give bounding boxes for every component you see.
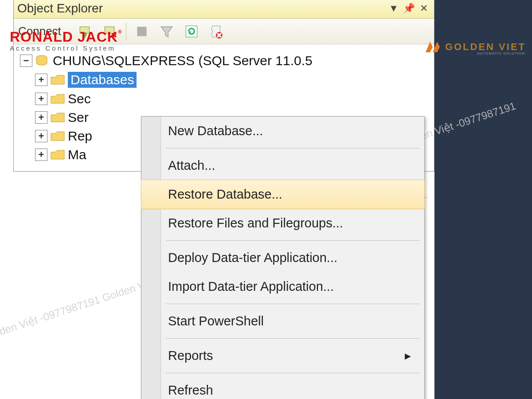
menu-item-label: Import Data-tier Application... (168, 279, 334, 294)
node-label: Ma (68, 147, 86, 162)
filter-icon[interactable] (157, 22, 176, 41)
expand-icon[interactable]: + (35, 149, 47, 161)
delete-script-icon[interactable] (207, 22, 226, 41)
menu-deploy-dac[interactable]: Deploy Data-tier Application... (141, 243, 424, 272)
expand-icon[interactable]: + (35, 111, 47, 124)
menu-item-label: Reports (168, 348, 213, 363)
menu-separator (166, 304, 420, 304)
svg-rect-3 (137, 27, 146, 36)
server-node[interactable]: − CHUNG\SQLEXPRESS (SQL Server 11.0.5 (17, 51, 430, 70)
close-icon[interactable]: ✕ (417, 2, 430, 15)
menu-item-label: Attach... (168, 158, 215, 173)
logo-left-line2: Access Control System (10, 44, 122, 52)
menu-separator (166, 373, 420, 373)
menu-item-label: Restore Files and Filegroups... (168, 216, 343, 231)
folder-icon (50, 93, 65, 105)
server-icon (35, 55, 50, 67)
logo-right-sub: AUTOMATIC SOLUTION (477, 51, 525, 55)
node-label: Databases (68, 72, 137, 88)
menu-item-label: Start PowerShell (168, 314, 264, 329)
tree-node-databases[interactable]: + Databases (17, 70, 430, 90)
ronald-jack-logo: RONALD JACK® Access Control System (10, 29, 122, 52)
expand-icon[interactable]: + (35, 74, 47, 86)
folder-icon (50, 130, 65, 142)
pin-icon[interactable]: 📌 (402, 2, 415, 15)
panel-title: Object Explorer (17, 1, 385, 16)
node-label: Rep (68, 129, 92, 144)
stop-icon[interactable] (133, 22, 151, 41)
menu-start-powershell[interactable]: Start PowerShell (141, 307, 424, 336)
refresh-icon[interactable] (182, 22, 201, 41)
node-label: Ser (68, 110, 89, 125)
expand-icon[interactable]: + (35, 130, 47, 142)
dropdown-icon[interactable]: ▼ (387, 2, 400, 15)
menu-item-label: Refresh (168, 383, 213, 398)
menu-reports[interactable]: Reports ▶ (141, 341, 424, 370)
expand-icon[interactable]: + (35, 93, 47, 105)
menu-refresh[interactable]: Refresh (141, 376, 424, 399)
folder-icon (50, 149, 65, 161)
menu-restore-files[interactable]: Restore Files and Filegroups... (141, 209, 424, 238)
menu-attach[interactable]: Attach... (141, 151, 424, 180)
collapse-icon[interactable]: − (20, 55, 32, 67)
folder-icon (50, 74, 65, 86)
golden-viet-logo: GOLDEN VIET AUTOMATIC SOLUTION (424, 39, 526, 55)
toolbar-separator (126, 23, 126, 40)
submenu-arrow-icon: ▶ (405, 351, 411, 361)
menu-item-label: New Database... (168, 124, 263, 138)
panel-titlebar: Object Explorer ▼ 📌 ✕ (14, 0, 434, 19)
menu-separator (166, 148, 420, 149)
menu-item-label: Restore Database... (168, 187, 282, 202)
context-menu: New Database... Attach... Restore Databa… (141, 116, 425, 399)
menu-import-dac[interactable]: Import Data-tier Application... (141, 272, 424, 301)
tree-node-security[interactable]: + Sec (17, 90, 430, 108)
dark-background (434, 0, 532, 399)
menu-item-label: Deploy Data-tier Application... (168, 250, 337, 265)
folder-icon (50, 111, 65, 124)
server-label: CHUNG\SQLEXPRESS (SQL Server 11.0.5 (53, 53, 313, 68)
menu-separator (166, 338, 420, 339)
node-label: Sec (68, 91, 91, 106)
logo-left-line1: RONALD JACK (10, 29, 118, 45)
menu-new-database[interactable]: New Database... (141, 117, 424, 145)
menu-separator (166, 240, 420, 241)
menu-restore-database[interactable]: Restore Database... (141, 180, 425, 209)
